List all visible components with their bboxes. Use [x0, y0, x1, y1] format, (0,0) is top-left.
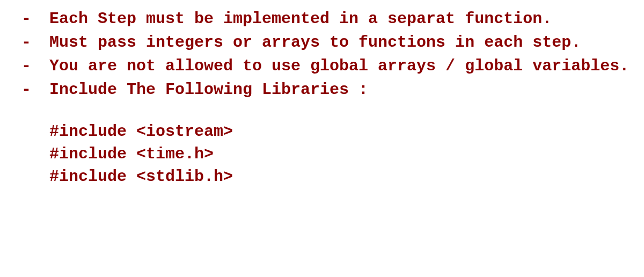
- bullet-text: You are not allowed to use global arrays…: [49, 55, 633, 77]
- code-line: #include <time.h>: [49, 143, 633, 165]
- bullet-marker: -: [21, 31, 49, 54]
- bullet-item: - Each Step must be implemented in a sep…: [21, 8, 633, 30]
- bullet-text: Include The Following Libraries :: [49, 78, 633, 101]
- bullet-marker: -: [21, 78, 49, 101]
- code-block: #include <iostream> #include <time.h> #i…: [49, 120, 633, 188]
- bullet-item: - Include The Following Libraries :: [21, 78, 633, 101]
- code-line: #include <iostream>: [49, 120, 633, 143]
- bullet-text: Each Step must be implemented in a separ…: [49, 8, 633, 30]
- bullet-marker: -: [21, 8, 49, 30]
- code-line: #include <stdlib.h>: [49, 165, 633, 188]
- bullet-text: Must pass integers or arrays to function…: [49, 31, 633, 54]
- bullet-marker: -: [21, 55, 49, 77]
- bullet-item: - You are not allowed to use global arra…: [21, 55, 633, 77]
- bullet-item: - Must pass integers or arrays to functi…: [21, 31, 633, 54]
